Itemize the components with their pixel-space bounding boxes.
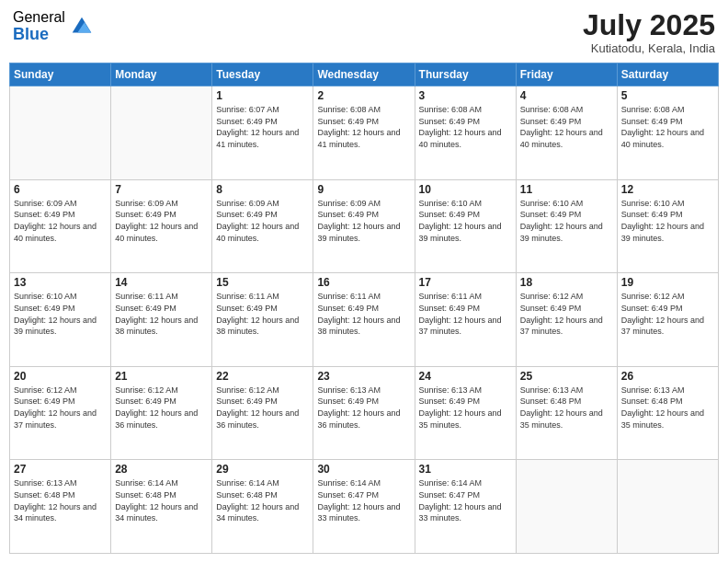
table-row: 22Sunrise: 6:12 AM Sunset: 6:49 PM Dayli… [212, 366, 313, 460]
calendar-week-row: 1Sunrise: 6:07 AM Sunset: 6:49 PM Daylig… [10, 86, 719, 180]
col-thursday: Thursday [415, 63, 516, 86]
table-row: 25Sunrise: 6:13 AM Sunset: 6:48 PM Dayli… [516, 366, 617, 460]
cell-text: Sunrise: 6:09 AM Sunset: 6:49 PM Dayligh… [115, 198, 208, 244]
cell-text: Sunrise: 6:11 AM Sunset: 6:49 PM Dayligh… [115, 291, 208, 337]
table-row: 4Sunrise: 6:08 AM Sunset: 6:49 PM Daylig… [516, 86, 617, 180]
calendar-header-row: Sunday Monday Tuesday Wednesday Thursday… [10, 63, 719, 86]
day-number: 8 [216, 183, 309, 196]
day-number: 12 [621, 183, 714, 196]
table-row: 18Sunrise: 6:12 AM Sunset: 6:49 PM Dayli… [516, 273, 617, 367]
day-number: 24 [419, 370, 512, 383]
day-number: 2 [317, 89, 410, 102]
day-number: 14 [115, 276, 208, 289]
calendar-week-row: 20Sunrise: 6:12 AM Sunset: 6:49 PM Dayli… [10, 366, 719, 460]
day-number: 10 [419, 183, 512, 196]
cell-text: Sunrise: 6:08 AM Sunset: 6:49 PM Dayligh… [621, 104, 714, 150]
day-number: 18 [520, 276, 613, 289]
day-number: 30 [317, 463, 410, 476]
table-row: 16Sunrise: 6:11 AM Sunset: 6:49 PM Dayli… [313, 273, 415, 367]
cell-text: Sunrise: 6:10 AM Sunset: 6:49 PM Dayligh… [520, 198, 613, 244]
table-row: 31Sunrise: 6:14 AM Sunset: 6:47 PM Dayli… [415, 460, 516, 554]
cell-text: Sunrise: 6:12 AM Sunset: 6:49 PM Dayligh… [216, 385, 309, 431]
table-row: 20Sunrise: 6:12 AM Sunset: 6:49 PM Dayli… [10, 366, 111, 460]
table-row [516, 460, 617, 554]
cell-text: Sunrise: 6:09 AM Sunset: 6:49 PM Dayligh… [14, 198, 107, 244]
col-sunday: Sunday [10, 63, 111, 86]
day-number: 29 [216, 463, 309, 476]
table-row: 8Sunrise: 6:09 AM Sunset: 6:49 PM Daylig… [212, 179, 313, 273]
day-number: 27 [14, 463, 107, 476]
table-row [617, 460, 718, 554]
cell-text: Sunrise: 6:08 AM Sunset: 6:49 PM Dayligh… [317, 104, 410, 150]
table-row: 24Sunrise: 6:13 AM Sunset: 6:49 PM Dayli… [415, 366, 516, 460]
col-monday: Monday [111, 63, 212, 86]
day-number: 13 [14, 276, 107, 289]
cell-text: Sunrise: 6:11 AM Sunset: 6:49 PM Dayligh… [419, 291, 512, 337]
table-row: 1Sunrise: 6:07 AM Sunset: 6:49 PM Daylig… [212, 86, 313, 180]
title-block: July 2025 Kutiatodu, Kerala, India [583, 9, 715, 55]
table-row: 29Sunrise: 6:14 AM Sunset: 6:48 PM Dayli… [212, 460, 313, 554]
day-number: 20 [14, 370, 107, 383]
col-tuesday: Tuesday [212, 63, 313, 86]
cell-text: Sunrise: 6:08 AM Sunset: 6:49 PM Dayligh… [419, 104, 512, 150]
day-number: 1 [216, 89, 309, 102]
day-number: 26 [621, 370, 714, 383]
day-number: 11 [520, 183, 613, 196]
cell-text: Sunrise: 6:12 AM Sunset: 6:49 PM Dayligh… [520, 291, 613, 337]
calendar: Sunday Monday Tuesday Wednesday Thursday… [9, 63, 719, 554]
day-number: 16 [317, 276, 410, 289]
table-row: 26Sunrise: 6:13 AM Sunset: 6:48 PM Dayli… [617, 366, 718, 460]
cell-text: Sunrise: 6:09 AM Sunset: 6:49 PM Dayligh… [216, 198, 309, 244]
table-row [111, 86, 212, 180]
cell-text: Sunrise: 6:13 AM Sunset: 6:48 PM Dayligh… [14, 477, 107, 523]
day-number: 19 [621, 276, 714, 289]
location: Kutiatodu, Kerala, India [583, 41, 715, 55]
cell-text: Sunrise: 6:13 AM Sunset: 6:49 PM Dayligh… [419, 385, 512, 431]
table-row: 21Sunrise: 6:12 AM Sunset: 6:49 PM Dayli… [111, 366, 212, 460]
table-row: 19Sunrise: 6:12 AM Sunset: 6:49 PM Dayli… [617, 273, 718, 367]
cell-text: Sunrise: 6:12 AM Sunset: 6:49 PM Dayligh… [14, 385, 107, 431]
table-row: 13Sunrise: 6:10 AM Sunset: 6:49 PM Dayli… [10, 273, 111, 367]
col-friday: Friday [516, 63, 617, 86]
table-row: 27Sunrise: 6:13 AM Sunset: 6:48 PM Dayli… [10, 460, 111, 554]
cell-text: Sunrise: 6:13 AM Sunset: 6:48 PM Dayligh… [621, 385, 714, 431]
cell-text: Sunrise: 6:12 AM Sunset: 6:49 PM Dayligh… [115, 385, 208, 431]
calendar-week-row: 6Sunrise: 6:09 AM Sunset: 6:49 PM Daylig… [10, 179, 719, 273]
table-row: 30Sunrise: 6:14 AM Sunset: 6:47 PM Dayli… [313, 460, 415, 554]
day-number: 7 [115, 183, 208, 196]
col-wednesday: Wednesday [313, 63, 415, 86]
table-row: 14Sunrise: 6:11 AM Sunset: 6:49 PM Dayli… [111, 273, 212, 367]
calendar-week-row: 13Sunrise: 6:10 AM Sunset: 6:49 PM Dayli… [10, 273, 719, 367]
table-row [10, 86, 111, 180]
cell-text: Sunrise: 6:13 AM Sunset: 6:49 PM Dayligh… [317, 385, 410, 431]
day-number: 6 [14, 183, 107, 196]
cell-text: Sunrise: 6:10 AM Sunset: 6:49 PM Dayligh… [419, 198, 512, 244]
table-row: 7Sunrise: 6:09 AM Sunset: 6:49 PM Daylig… [111, 179, 212, 273]
cell-text: Sunrise: 6:08 AM Sunset: 6:49 PM Dayligh… [520, 104, 613, 150]
cell-text: Sunrise: 6:11 AM Sunset: 6:49 PM Dayligh… [216, 291, 309, 337]
cell-text: Sunrise: 6:14 AM Sunset: 6:47 PM Dayligh… [419, 477, 512, 523]
table-row: 3Sunrise: 6:08 AM Sunset: 6:49 PM Daylig… [415, 86, 516, 180]
cell-text: Sunrise: 6:10 AM Sunset: 6:49 PM Dayligh… [621, 198, 714, 244]
table-row: 9Sunrise: 6:09 AM Sunset: 6:49 PM Daylig… [313, 179, 415, 273]
day-number: 4 [520, 89, 613, 102]
day-number: 3 [419, 89, 512, 102]
table-row: 6Sunrise: 6:09 AM Sunset: 6:49 PM Daylig… [10, 179, 111, 273]
day-number: 5 [621, 89, 714, 102]
cell-text: Sunrise: 6:14 AM Sunset: 6:47 PM Dayligh… [317, 477, 410, 523]
day-number: 31 [419, 463, 512, 476]
logo-text: General Blue [13, 9, 65, 43]
day-number: 9 [317, 183, 410, 196]
day-number: 22 [216, 370, 309, 383]
cell-text: Sunrise: 6:11 AM Sunset: 6:49 PM Dayligh… [317, 291, 410, 337]
logo-blue: Blue [13, 26, 65, 44]
table-row: 2Sunrise: 6:08 AM Sunset: 6:49 PM Daylig… [313, 86, 415, 180]
table-row: 5Sunrise: 6:08 AM Sunset: 6:49 PM Daylig… [617, 86, 718, 180]
col-saturday: Saturday [617, 63, 718, 86]
table-row: 17Sunrise: 6:11 AM Sunset: 6:49 PM Dayli… [415, 273, 516, 367]
day-number: 17 [419, 276, 512, 289]
logo-general: General [13, 9, 65, 26]
month-title: July 2025 [583, 9, 715, 41]
logo-icon [69, 14, 95, 40]
day-number: 28 [115, 463, 208, 476]
